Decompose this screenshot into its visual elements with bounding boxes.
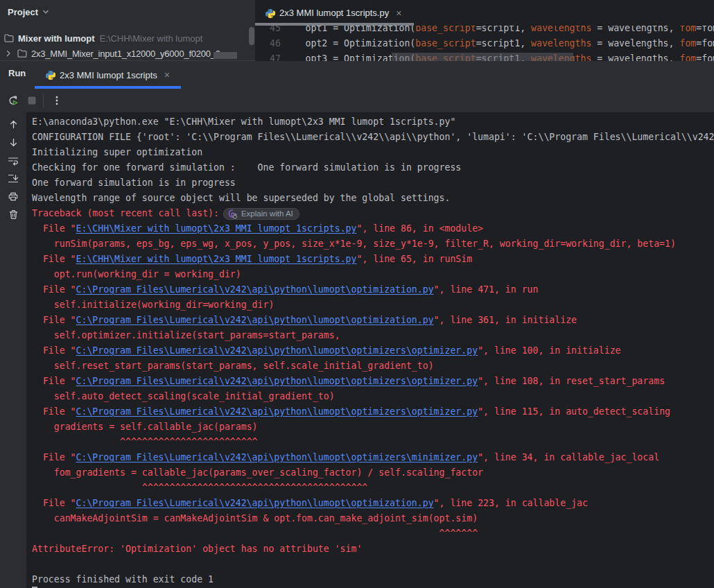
code-viewport[interactable]: 45opt1 = Optimization(base_script=script… (255, 26, 714, 61)
print-button[interactable] (8, 191, 19, 201)
console-text: self.reset_start_params(start_params, se… (32, 361, 434, 371)
code-segment: opt2 = Optimization( (306, 38, 416, 49)
tree-item-project-root[interactable]: Mixer with lumopt E:\CHH\Mixer with lumo… (3, 31, 202, 46)
stack-trace-link[interactable]: E:\CHH\Mixer with lumopt\2x3 MMI lumopt … (76, 254, 357, 264)
up-stack-trace-button[interactable] (8, 119, 19, 129)
more-options-button[interactable] (47, 92, 66, 110)
console-line: Checking for one forward simulation : On… (32, 160, 714, 175)
console-text: gradients = self.callable_jac(params) (32, 422, 258, 432)
close-icon[interactable]: × (396, 8, 401, 18)
tree-item-subfolder[interactable]: 2x3_MMI_Mixer_input1_x12000_y6000_f0200_… (4, 46, 220, 61)
console-text: self.initialize(working_dir=working_dir) (32, 300, 274, 310)
stack-trace-link[interactable]: C:\Program Files\Lumerical\v242\api\pyth… (76, 315, 434, 325)
editor-tab[interactable]: 2x3 MMI lumopt 1scripts.py × (255, 0, 414, 26)
printer-icon (8, 191, 19, 202)
run-tab-title: 2x3 MMI lumopt 1scripts (60, 70, 157, 80)
explain-with-ai-button[interactable]: Explain with AI (223, 208, 299, 220)
console-line: E:\anaconda3\python.exe "E:\CHH\Mixer wi… (32, 114, 714, 130)
tree-row-edit-highlight (214, 52, 237, 59)
code-text: opt1 = Optimization(base_script=script1,… (306, 26, 714, 36)
console-text: File " (32, 254, 76, 264)
console-text: File " (32, 498, 76, 508)
code-text: opt2 = Optimization(base_script=script1,… (306, 36, 714, 51)
editor-area: 2x3 MMI lumopt 1scripts.py × 45opt1 = Op… (255, 0, 714, 61)
stop-button[interactable] (22, 92, 41, 110)
console-line: File "C:\Program Files\Lumerical\v242\ap… (32, 343, 714, 358)
stack-trace-link[interactable]: C:\Program Files\Lumerical\v242\api\pyth… (76, 284, 434, 295)
console-line: self.optimizer.initialize(start_params=s… (32, 328, 714, 343)
console-text: ", line 108, in reset_start_params (478, 376, 665, 386)
console-line: opt.run(working_dir = working_dir) (32, 267, 714, 282)
kebab-menu-icon (51, 95, 62, 106)
console-text: ", line 361, in initialize (434, 315, 577, 325)
editor-line: 46opt2 = Optimization(base_script=script… (255, 36, 714, 51)
console-text: ", line 471, in run (434, 284, 539, 295)
project-panel: Project Mixer with lumopt E:\CHH\Mixer w… (0, 0, 255, 61)
keyword-argument: base_script (415, 26, 476, 33)
line-number: 46 (255, 36, 281, 51)
code-segment: = wavelengths, (591, 26, 679, 33)
close-icon[interactable]: × (164, 70, 170, 80)
console-text: File " (32, 223, 76, 234)
stack-trace-link[interactable]: C:\Program Files\Lumerical\v242\api\pyth… (76, 498, 434, 508)
console-text: File " (32, 284, 76, 295)
rerun-icon (8, 95, 19, 106)
console-output[interactable]: E:\anaconda3\python.exe "E:\CHH\Mixer wi… (26, 112, 714, 588)
console-line: File "C:\Program Files\Lumerical\v242\ap… (32, 496, 714, 511)
console-text: ", line 34, in callable_jac_local (478, 452, 659, 462)
keyword-argument: base_script (415, 38, 476, 49)
run-tool-window-title: Run (8, 61, 26, 86)
console-text: ", line 115, in auto_detect_scaling (478, 406, 670, 417)
soft-wrap-icon (8, 155, 19, 166)
rerun-button[interactable] (3, 92, 22, 110)
stack-trace-link[interactable]: C:\Program Files\Lumerical\v242\api\pyth… (76, 452, 478, 462)
stack-trace-link[interactable]: C:\Program Files\Lumerical\v242\api\pyth… (76, 406, 478, 417)
console-text: ", line 86, in <module> (356, 223, 483, 234)
console-text: ", line 223, in callable_jac (434, 498, 588, 508)
top-section: Project Mixer with lumopt E:\CHH\Mixer w… (0, 0, 714, 61)
console-text: Process finished with exit code 1 (32, 574, 214, 585)
keyword-argument: fom (679, 53, 696, 61)
editor-line: 45opt1 = Optimization(base_script=script… (255, 26, 714, 36)
tree-item-path: E:\CHH\Mixer with lumopt (100, 33, 203, 44)
console-line: ^^^^^^^ (32, 526, 714, 542)
down-stack-trace-button[interactable] (8, 137, 19, 147)
explain-with-ai-label: Explain with AI (241, 206, 293, 221)
folder-icon (3, 33, 15, 44)
console-text: E:\anaconda3\python.exe "E:\CHH\Mixer wi… (32, 116, 455, 127)
console-text: ^^^^^^^^^^^^^^^^^^^^^^^^^ (32, 437, 258, 447)
project-panel-header[interactable]: Project (8, 4, 50, 19)
console-text: ", line 100, in initialize (478, 345, 620, 356)
console-text: self.optimizer.initialize(start_params=s… (32, 330, 340, 340)
stack-trace-link[interactable]: C:\Program Files\Lumerical\v242\api\pyth… (76, 345, 478, 356)
tree-item-label: 2x3_MMI_Mixer_input1_x12000_y6000_f0200_… (31, 49, 220, 59)
console-line: File "C:\Program Files\Lumerical\v242\ap… (32, 282, 714, 297)
console-text: ^^^^^^^ (32, 528, 478, 539)
clear-all-button[interactable] (8, 209, 19, 219)
project-vertical-scrollbar-thumb[interactable] (249, 27, 254, 45)
code-segment: = wavelengths, (591, 38, 679, 49)
console-text: Checking for one forward simulation : On… (32, 162, 461, 173)
console-text: ", line 65, in runSim (356, 254, 472, 264)
console-line: gradients = self.callable_jac(params) (32, 420, 714, 435)
keyword-argument: fom (679, 38, 696, 49)
console-text: canMakeAdjointSim = canMakeAdjointSim & … (32, 513, 478, 524)
console-text: Traceback (most recent call last): (32, 208, 219, 218)
code-segment: =script1, (476, 26, 531, 33)
project-panel-title: Project (8, 7, 38, 17)
stack-trace-link[interactable]: C:\Program Files\Lumerical\v242\api\pyth… (76, 376, 478, 386)
soft-wrap-button[interactable] (8, 155, 19, 165)
scroll-to-end-button[interactable] (8, 173, 19, 183)
code-segment: = wavelengths, (591, 53, 679, 61)
chevron-down-icon (42, 8, 50, 16)
tree-item-label: Mixer with lumopt (18, 33, 95, 44)
console-text: File " (32, 406, 76, 417)
ai-assistant-icon (227, 209, 238, 219)
console-text: self.auto_detect_scaling(scale_initial_g… (32, 391, 335, 401)
console-line: self.reset_start_params(start_params, se… (32, 358, 714, 374)
console-line: runSim(params, eps_bg, eps_wg, x_pos, y_… (32, 236, 714, 252)
run-tab[interactable]: 2x3 MMI lumopt 1scripts × (35, 61, 181, 89)
stack-trace-link[interactable]: E:\CHH\Mixer with lumopt\2x3 MMI lumopt … (76, 223, 357, 234)
keyword-argument: wavelengths (531, 26, 591, 33)
code-segment: =script1, (476, 38, 531, 49)
